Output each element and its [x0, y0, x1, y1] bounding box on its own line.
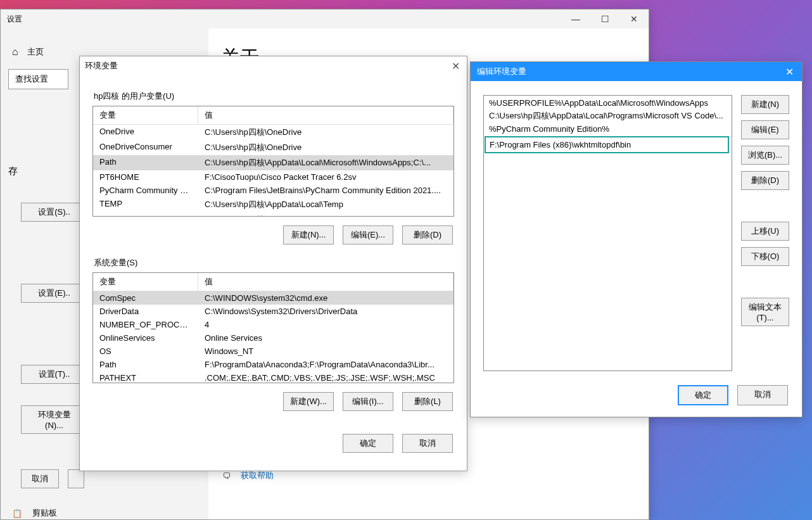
- table-row[interactable]: OneDriveConsumerC:\Users\hp四核\OneDrive: [93, 140, 454, 155]
- help-icon: 🗨: [222, 471, 231, 481]
- get-help-link[interactable]: 🗨 获取帮助: [222, 470, 649, 481]
- var-value: C:\Windows\System32\Drivers\DriverData: [198, 305, 454, 318]
- settings-title: 设置: [1, 14, 22, 25]
- path-item[interactable]: F:\Program Files (x86)\wkhtmltopdf\bin: [485, 136, 729, 153]
- table-row[interactable]: TEMPC:\Users\hp四核\AppData\Local\Temp: [93, 197, 454, 212]
- var-name: PyCharm Community Editi...: [93, 184, 198, 197]
- var-name: TMP: [93, 212, 198, 217]
- system-vars-label: 系统变量(S): [94, 257, 454, 269]
- find-settings-input[interactable]: 查找设置: [8, 69, 68, 89]
- edit-new-button[interactable]: 新建(N): [741, 95, 789, 114]
- col-header-var[interactable]: 变量: [93, 273, 198, 291]
- col-header-val[interactable]: 值: [198, 106, 454, 124]
- edit-browse-button[interactable]: 浏览(B)...: [741, 146, 789, 165]
- table-row[interactable]: ComSpecC:\WINDOWS\system32\cmd.exe: [93, 291, 454, 305]
- var-name: Path: [93, 155, 198, 170]
- col-header-val[interactable]: 值: [198, 273, 454, 291]
- var-name: PATHEXT: [93, 371, 198, 383]
- edit-text-button[interactable]: 编辑文本(T)...: [741, 298, 789, 326]
- var-value: Windows_NT: [198, 345, 454, 358]
- var-value: C:\Users\hp四核\AppData\Local\Microsoft\Wi…: [198, 155, 454, 170]
- edit-delete-button[interactable]: 删除(D): [741, 171, 789, 190]
- edit-env-dialog: 编辑环境变量 ✕ %USERPROFILE%\AppData\Local\Mic…: [470, 61, 802, 417]
- var-name: OneDrive: [93, 125, 198, 140]
- var-name: NUMBER_OF_PROCESSORS: [93, 318, 198, 331]
- close-icon[interactable]: ✕: [783, 66, 796, 78]
- var-name: OS: [93, 345, 198, 358]
- var-name: PT6HOME: [93, 170, 198, 184]
- table-row[interactable]: PATHEXT.COM;.EXE;.BAT;.CMD;.VBS;.VBE;.JS…: [93, 371, 454, 383]
- system-vars-table[interactable]: 变量 值 ComSpecC:\WINDOWS\system32\cmd.exeD…: [92, 272, 454, 383]
- edit-movedown-button[interactable]: 下移(O): [741, 247, 789, 266]
- settings-e-button[interactable]: 设置(E)..: [21, 284, 87, 303]
- edit-dialog-titlebar: 编辑环境变量 ✕: [471, 62, 802, 81]
- env-dialog-titlebar: 环境变量 ✕: [80, 56, 467, 75]
- home-icon: ⌂: [12, 46, 18, 58]
- apply-button-frag[interactable]: [68, 469, 84, 488]
- path-item[interactable]: C:\Users\hp四核\AppData\Local\Programs\Mic…: [484, 109, 732, 123]
- table-row[interactable]: OnlineServicesOnline Services: [93, 331, 454, 345]
- edit-edit-button[interactable]: 编辑(E): [741, 120, 789, 139]
- col-header-var[interactable]: 变量: [93, 106, 198, 124]
- user-edit-button[interactable]: 编辑(E)...: [343, 225, 393, 244]
- home-label: 主页: [27, 46, 44, 58]
- table-row[interactable]: DriverDataC:\Windows\System32\Drivers\Dr…: [93, 305, 454, 318]
- path-list[interactable]: %USERPROFILE%\AppData\Local\Microsoft\Wi…: [483, 95, 732, 371]
- table-row[interactable]: OSWindows_NT: [93, 345, 454, 358]
- user-new-button[interactable]: 新建(N)...: [283, 225, 334, 244]
- settings-titlebar: 设置 — ☐ ✕: [1, 10, 649, 29]
- window-controls: — ☐ ✕: [561, 10, 649, 29]
- var-value: .COM;.EXE;.BAT;.CMD;.VBS;.VBE;.JS;.JSE;.…: [198, 371, 454, 383]
- env-dialog-title: 环境变量: [85, 60, 118, 72]
- sys-edit-button[interactable]: 编辑(I)...: [343, 392, 393, 411]
- var-name: DriverData: [93, 305, 198, 318]
- clipboard-icon: 📋: [12, 509, 22, 518]
- settings-t-button[interactable]: 设置(T)..: [21, 365, 87, 384]
- edit-moveup-button[interactable]: 上移(U): [741, 222, 789, 241]
- sys-new-button[interactable]: 新建(W)...: [283, 392, 334, 411]
- table-row[interactable]: OneDriveC:\Users\hp四核\OneDrive: [93, 125, 454, 140]
- edit-dialog-title: 编辑环境变量: [477, 66, 526, 77]
- path-item[interactable]: %PyCharm Community Edition%: [484, 123, 732, 135]
- close-icon[interactable]: ✕: [619, 10, 649, 29]
- user-delete-button[interactable]: 删除(D): [402, 225, 453, 244]
- env-vars-button[interactable]: 环境变量(N)...: [21, 405, 87, 434]
- table-row[interactable]: PT6HOMEF:\CisooTuopu\Cisco Packet Tracer…: [93, 170, 454, 184]
- user-vars-table[interactable]: 变量 值 OneDriveC:\Users\hp四核\OneDriveOneDr…: [92, 106, 454, 217]
- edit-ok-button[interactable]: 确定: [678, 385, 728, 405]
- close-icon[interactable]: ✕: [449, 60, 462, 72]
- var-value: C:\Users\hp四核\OneDrive: [198, 125, 454, 140]
- env-cancel-button[interactable]: 取消: [402, 434, 453, 453]
- clipboard-label: 剪贴板: [32, 507, 57, 519]
- env-vars-dialog: 环境变量 ✕ hp四核 的用户变量(U) 变量 值 OneDriveC:\Use…: [79, 56, 467, 471]
- settings-s-button[interactable]: 设置(S)..: [21, 203, 87, 222]
- sidebar-clipboard[interactable]: 📋 剪贴板: [12, 507, 201, 519]
- var-name: Path: [93, 358, 198, 371]
- var-value: F:\ProgramData\Anaconda3;F:\ProgramData\…: [198, 358, 454, 371]
- var-value: F:\CisooTuopu\Cisco Packet Tracer 6.2sv: [198, 170, 454, 184]
- var-name: TEMP: [93, 197, 198, 212]
- maximize-icon[interactable]: ☐: [590, 10, 619, 29]
- var-value: 4: [198, 318, 454, 331]
- cancel-button[interactable]: 取消: [21, 469, 59, 488]
- var-value: Online Services: [198, 331, 454, 345]
- var-value: C:\Program Files\JetBrains\PyCharm Commu…: [198, 184, 454, 197]
- sys-delete-button[interactable]: 删除(L): [402, 392, 453, 411]
- table-row[interactable]: PathF:\ProgramData\Anaconda3;F:\ProgramD…: [93, 358, 454, 371]
- var-value: C:\WINDOWS\system32\cmd.exe: [198, 291, 454, 305]
- path-item[interactable]: %USERPROFILE%\AppData\Local\Microsoft\Wi…: [484, 97, 732, 109]
- get-help-label: 获取帮助: [241, 470, 274, 481]
- var-name: OnlineServices: [93, 331, 198, 345]
- var-name: OneDriveConsumer: [93, 140, 198, 155]
- var-value: C:\Users\hp四核\AppData\Local\Temp: [198, 212, 454, 217]
- env-ok-button[interactable]: 确定: [343, 434, 393, 453]
- edit-cancel-button[interactable]: 取消: [737, 385, 788, 405]
- table-row[interactable]: TMPC:\Users\hp四核\AppData\Local\Temp: [93, 212, 454, 217]
- minimize-icon[interactable]: —: [561, 10, 590, 29]
- table-row[interactable]: PathC:\Users\hp四核\AppData\Local\Microsof…: [93, 155, 454, 170]
- var-name: ComSpec: [93, 291, 198, 305]
- var-value: C:\Users\hp四核\OneDrive: [198, 140, 454, 155]
- table-row[interactable]: NUMBER_OF_PROCESSORS4: [93, 318, 454, 331]
- table-row[interactable]: PyCharm Community Editi...C:\Program Fil…: [93, 184, 454, 197]
- user-vars-label: hp四核 的用户变量(U): [94, 91, 454, 102]
